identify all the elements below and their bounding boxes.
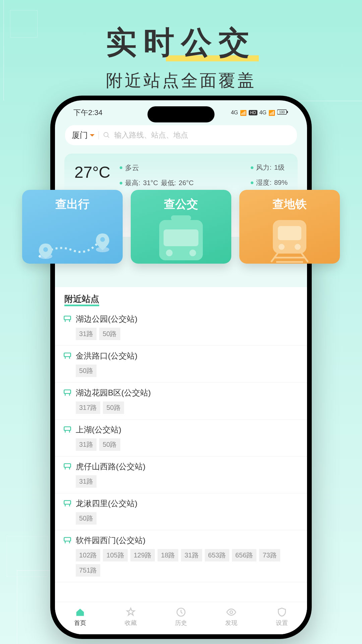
city-picker[interactable]: 厦门: [72, 130, 95, 141]
dot-icon: [251, 166, 253, 169]
svg-point-7: [189, 250, 196, 256]
stop-item[interactable]: 上湖(公交站) 31路50路: [55, 420, 307, 457]
route-chip[interactable]: 317路: [76, 401, 100, 414]
svg-rect-18: [64, 316, 71, 320]
battery-icon: 100: [277, 109, 289, 116]
route-chip[interactable]: 50路: [103, 401, 124, 414]
stop-item[interactable]: 金洪路口(公交站) 50路: [55, 346, 307, 383]
weather-right: 风力: 1级 湿度: 89%: [251, 163, 288, 193]
eye-icon: [226, 607, 237, 618]
nearby-section: 附近站点 湖边公园(公交站) 31路50路 金洪路口(公交站) 50路 湖边花园…: [55, 287, 307, 602]
svg-rect-33: [64, 500, 71, 504]
route-chip[interactable]: 50路: [99, 438, 120, 451]
nav-label: 发现: [225, 619, 237, 627]
svg-point-1: [43, 247, 48, 252]
bottom-nav: 首页 收藏 历史 发现 设置: [55, 602, 307, 634]
network-1: 4G: [231, 110, 238, 116]
weather-condition: 多云: [125, 163, 139, 172]
weather-mid: 多云 最高: 31°C 最低: 26°C: [117, 163, 194, 187]
stop-name: 湖边花园B区(公交站): [76, 387, 151, 398]
bus-icon: [131, 217, 231, 264]
route-chip[interactable]: 653路: [205, 549, 229, 561]
route-chips: 50路: [63, 365, 299, 377]
route-chip[interactable]: 31路: [181, 549, 202, 561]
weather-high: 31°C: [143, 179, 158, 187]
svg-rect-10: [278, 226, 301, 240]
weather-temperature: 27°C: [74, 163, 110, 181]
svg-rect-30: [64, 464, 71, 467]
dot-icon: [120, 182, 122, 184]
route-chip[interactable]: 751路: [76, 564, 100, 577]
nav-home[interactable]: 首页: [74, 607, 86, 627]
stop-item[interactable]: 虎仔山西路(公交站) 31路: [55, 457, 307, 493]
nav-settings[interactable]: 设置: [276, 607, 288, 627]
route-chip[interactable]: 102路: [76, 549, 100, 561]
stop-name: 上湖(公交站): [76, 424, 121, 435]
nearby-header: 附近站点: [55, 287, 307, 309]
wind-value: 1级: [274, 163, 285, 172]
network-2: 4G: [259, 110, 266, 116]
stop-item[interactable]: 湖边花园B区(公交站) 317路50路: [55, 383, 307, 420]
phone-frame: 下午2:34 4G 📶 HD 4G 📶 100 厦门 输入路线、站点、地点: [50, 96, 312, 639]
weather-high-label: 最高:: [125, 178, 140, 187]
action-card-label: 查地铁: [239, 197, 340, 212]
stop-name: 龙湫四里(公交站): [76, 498, 137, 509]
route-chip[interactable]: 105路: [103, 549, 127, 561]
shield-icon: [277, 607, 287, 618]
route-chips: 31路50路: [63, 328, 299, 340]
nav-label: 收藏: [125, 619, 137, 627]
action-card-bus[interactable]: 查公交: [131, 190, 231, 264]
route-chip[interactable]: 656路: [232, 549, 256, 561]
divider: [99, 131, 99, 139]
status-time: 下午2:34: [73, 108, 103, 118]
route-chip[interactable]: 50路: [76, 512, 97, 525]
svg-line-17: [108, 136, 109, 138]
action-card-metro[interactable]: 查地铁: [239, 190, 340, 264]
bus-stop-icon: [63, 499, 72, 508]
city-name: 厦门: [72, 130, 88, 141]
dot-icon: [251, 181, 253, 184]
wind-label: 风力:: [256, 163, 272, 172]
nav-label: 设置: [276, 619, 288, 627]
nav-discover[interactable]: 发现: [225, 607, 237, 627]
bus-stop-icon: [63, 536, 72, 545]
svg-point-6: [166, 250, 173, 256]
stop-name: 金洪路口(公交站): [76, 351, 137, 361]
nav-label: 历史: [175, 619, 187, 627]
route-chip[interactable]: 31路: [76, 328, 97, 340]
route-chip[interactable]: 50路: [76, 365, 97, 377]
svg-point-3: [100, 237, 105, 242]
action-card-travel[interactable]: 查出行: [22, 190, 123, 264]
route-chip[interactable]: 31路: [76, 438, 97, 451]
signal-icon: 📶: [240, 110, 247, 116]
bus-stop-icon: [63, 352, 72, 360]
phone-screen: 下午2:34 4G 📶 HD 4G 📶 100 厦门 输入路线、站点、地点: [55, 100, 307, 634]
clock-icon: [176, 607, 186, 618]
stop-item[interactable]: 软件园西门(公交站) 102路105路129路18路31路653路656路73路…: [55, 530, 307, 582]
nav-history[interactable]: 历史: [175, 607, 187, 627]
route-chip[interactable]: 129路: [130, 549, 155, 561]
svg-rect-14: [287, 111, 288, 113]
route-chips: 317路50路: [63, 401, 299, 414]
route-chip[interactable]: 18路: [158, 549, 178, 561]
route-chip[interactable]: 50路: [99, 328, 120, 340]
chevron-down-icon: [90, 134, 95, 137]
stop-item[interactable]: 龙湫四里(公交站) 50路: [55, 493, 307, 530]
phone-notch: [147, 106, 215, 122]
search-bar[interactable]: 厦门 输入路线、站点、地点: [65, 125, 297, 145]
svg-rect-8: [171, 215, 191, 221]
home-icon: [75, 607, 85, 618]
search-icon: [103, 131, 110, 139]
route-map-icon: [22, 217, 123, 264]
stop-name: 软件园西门(公交站): [76, 535, 145, 546]
svg-text:100: 100: [279, 110, 285, 114]
svg-point-40: [230, 611, 233, 613]
action-card-label: 查出行: [22, 197, 123, 212]
route-chip[interactable]: 31路: [76, 475, 97, 488]
stop-name: 虎仔山西路(公交站): [76, 461, 145, 472]
stop-item[interactable]: 湖边公园(公交站) 31路50路: [55, 309, 307, 346]
weather-low: 26°C: [179, 179, 194, 187]
route-chip[interactable]: 73路: [259, 549, 280, 561]
nav-favorites[interactable]: 收藏: [125, 607, 137, 627]
nav-label: 首页: [74, 619, 86, 627]
